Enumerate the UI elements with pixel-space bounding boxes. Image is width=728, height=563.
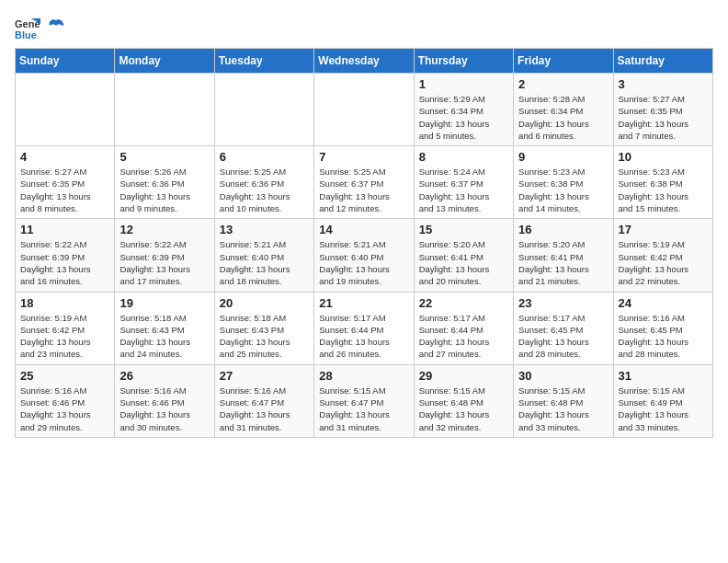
header-tuesday: Tuesday [214,49,313,74]
day-detail: Sunrise: 5:15 AM Sunset: 6:49 PM Dayligh… [619,385,708,433]
day-number: 8 [419,150,508,164]
day-number: 1 [419,77,508,91]
day-detail: Sunrise: 5:25 AM Sunset: 6:37 PM Dayligh… [319,166,408,214]
day-detail: Sunrise: 5:16 AM Sunset: 6:46 PM Dayligh… [20,385,109,433]
day-detail: Sunrise: 5:22 AM Sunset: 6:39 PM Dayligh… [20,238,109,287]
day-number: 16 [518,223,608,236]
day-detail: Sunrise: 5:24 AM Sunset: 6:37 PM Dayligh… [419,166,508,214]
calendar-cell: 3Sunrise: 5:27 AM Sunset: 6:35 PM Daylig… [613,74,712,146]
page-header: General Blue [15,15,713,40]
calendar-cell: 31Sunrise: 5:15 AM Sunset: 6:49 PM Dayli… [613,364,712,437]
day-number: 30 [518,369,608,383]
day-number: 25 [20,369,109,383]
day-number: 13 [220,223,309,236]
day-number: 11 [20,223,109,236]
calendar-cell: 24Sunrise: 5:16 AM Sunset: 6:45 PM Dayli… [613,292,712,364]
calendar-week-row: 25Sunrise: 5:16 AM Sunset: 6:46 PM Dayli… [16,364,713,437]
calendar-week-row: 4Sunrise: 5:27 AM Sunset: 6:35 PM Daylig… [16,146,713,219]
day-detail: Sunrise: 5:18 AM Sunset: 6:43 PM Dayligh… [220,312,309,361]
calendar-cell: 22Sunrise: 5:17 AM Sunset: 6:44 PM Dayli… [414,292,513,364]
calendar-table: SundayMondayTuesdayWednesdayThursdayFrid… [15,48,713,438]
day-detail: Sunrise: 5:29 AM Sunset: 6:34 PM Dayligh… [419,93,508,142]
logo-icon: General Blue [15,15,40,40]
day-number: 12 [119,223,209,236]
calendar-cell: 8Sunrise: 5:24 AM Sunset: 6:37 PM Daylig… [414,146,513,219]
calendar-cell: 4Sunrise: 5:27 AM Sunset: 6:35 PM Daylig… [16,146,115,219]
calendar-cell: 11Sunrise: 5:22 AM Sunset: 6:39 PM Dayli… [16,219,115,292]
day-number: 22 [419,296,508,310]
day-detail: Sunrise: 5:19 AM Sunset: 6:42 PM Dayligh… [20,312,109,361]
day-number: 17 [619,223,708,236]
calendar-cell: 1Sunrise: 5:29 AM Sunset: 6:34 PM Daylig… [414,74,513,146]
logo-bird-icon [48,18,64,37]
day-number: 14 [319,223,408,236]
calendar-cell: 14Sunrise: 5:21 AM Sunset: 6:40 PM Dayli… [314,219,414,292]
calendar-cell: 19Sunrise: 5:18 AM Sunset: 6:43 PM Dayli… [115,292,214,364]
day-number: 31 [619,369,708,383]
calendar-cell: 25Sunrise: 5:16 AM Sunset: 6:46 PM Dayli… [16,364,115,437]
calendar-cell: 29Sunrise: 5:15 AM Sunset: 6:48 PM Dayli… [414,364,513,437]
calendar-cell: 30Sunrise: 5:15 AM Sunset: 6:48 PM Dayli… [514,364,613,437]
day-number: 27 [220,369,309,383]
calendar-cell [115,74,214,146]
day-detail: Sunrise: 5:27 AM Sunset: 6:35 PM Dayligh… [619,93,708,142]
calendar-cell: 26Sunrise: 5:16 AM Sunset: 6:46 PM Dayli… [115,364,214,437]
day-number: 2 [518,77,608,91]
day-number: 4 [20,150,109,164]
calendar-cell: 13Sunrise: 5:21 AM Sunset: 6:40 PM Dayli… [214,219,313,292]
calendar-cell: 10Sunrise: 5:23 AM Sunset: 6:38 PM Dayli… [613,146,712,219]
calendar-header-row: SundayMondayTuesdayWednesdayThursdayFrid… [16,49,713,74]
calendar-cell [314,74,414,146]
day-detail: Sunrise: 5:23 AM Sunset: 6:38 PM Dayligh… [518,166,608,214]
day-number: 7 [319,150,408,164]
day-detail: Sunrise: 5:25 AM Sunset: 6:36 PM Dayligh… [220,166,309,214]
day-detail: Sunrise: 5:20 AM Sunset: 6:41 PM Dayligh… [518,238,608,287]
day-number: 18 [20,296,109,310]
day-number: 15 [419,223,508,236]
day-detail: Sunrise: 5:27 AM Sunset: 6:35 PM Dayligh… [20,166,109,214]
calendar-cell: 21Sunrise: 5:17 AM Sunset: 6:44 PM Dayli… [314,292,414,364]
day-number: 6 [220,150,309,164]
day-number: 3 [619,77,708,91]
day-detail: Sunrise: 5:15 AM Sunset: 6:48 PM Dayligh… [518,385,608,433]
calendar-week-row: 18Sunrise: 5:19 AM Sunset: 6:42 PM Dayli… [16,292,713,364]
header-sunday: Sunday [16,49,115,74]
calendar-cell: 17Sunrise: 5:19 AM Sunset: 6:42 PM Dayli… [613,219,712,292]
svg-text:Blue: Blue [15,29,37,40]
calendar-cell: 15Sunrise: 5:20 AM Sunset: 6:41 PM Dayli… [414,219,513,292]
calendar-cell: 28Sunrise: 5:15 AM Sunset: 6:47 PM Dayli… [314,364,414,437]
calendar-cell [16,74,115,146]
header-saturday: Saturday [613,49,712,74]
day-detail: Sunrise: 5:16 AM Sunset: 6:46 PM Dayligh… [119,385,209,433]
calendar-cell [214,74,313,146]
day-number: 28 [319,369,408,383]
day-number: 24 [619,296,708,310]
calendar-cell: 18Sunrise: 5:19 AM Sunset: 6:42 PM Dayli… [16,292,115,364]
day-detail: Sunrise: 5:28 AM Sunset: 6:34 PM Dayligh… [518,93,608,142]
day-number: 5 [119,150,209,164]
day-detail: Sunrise: 5:23 AM Sunset: 6:38 PM Dayligh… [619,166,708,214]
day-detail: Sunrise: 5:16 AM Sunset: 6:45 PM Dayligh… [619,312,708,361]
calendar-cell: 27Sunrise: 5:16 AM Sunset: 6:47 PM Dayli… [214,364,313,437]
logo: General Blue [15,15,64,40]
day-detail: Sunrise: 5:17 AM Sunset: 6:44 PM Dayligh… [319,312,408,361]
calendar-cell: 5Sunrise: 5:26 AM Sunset: 6:36 PM Daylig… [115,146,214,219]
header-wednesday: Wednesday [314,49,414,74]
day-number: 10 [619,150,708,164]
day-detail: Sunrise: 5:20 AM Sunset: 6:41 PM Dayligh… [419,238,508,287]
day-detail: Sunrise: 5:21 AM Sunset: 6:40 PM Dayligh… [319,238,408,287]
calendar-cell: 12Sunrise: 5:22 AM Sunset: 6:39 PM Dayli… [115,219,214,292]
day-number: 21 [319,296,408,310]
day-detail: Sunrise: 5:17 AM Sunset: 6:44 PM Dayligh… [419,312,508,361]
day-detail: Sunrise: 5:15 AM Sunset: 6:47 PM Dayligh… [319,385,408,433]
calendar-week-row: 1Sunrise: 5:29 AM Sunset: 6:34 PM Daylig… [16,74,713,146]
day-detail: Sunrise: 5:21 AM Sunset: 6:40 PM Dayligh… [220,238,309,287]
calendar-cell: 23Sunrise: 5:17 AM Sunset: 6:45 PM Dayli… [514,292,613,364]
day-number: 23 [518,296,608,310]
calendar-cell: 7Sunrise: 5:25 AM Sunset: 6:37 PM Daylig… [314,146,414,219]
day-number: 9 [518,150,608,164]
day-number: 26 [119,369,209,383]
day-detail: Sunrise: 5:19 AM Sunset: 6:42 PM Dayligh… [619,238,708,287]
day-detail: Sunrise: 5:16 AM Sunset: 6:47 PM Dayligh… [220,385,309,433]
calendar-cell: 6Sunrise: 5:25 AM Sunset: 6:36 PM Daylig… [214,146,313,219]
